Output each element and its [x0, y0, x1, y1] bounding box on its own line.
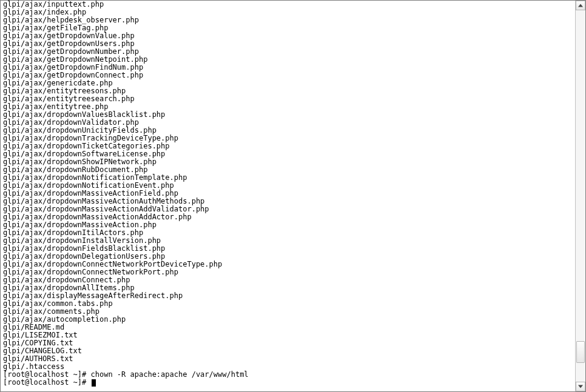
prompt-line-current[interactable]: [root@localhost ~]#: [3, 379, 575, 387]
cursor-icon: [92, 379, 96, 387]
output-line: glpi/COPYING.txt: [3, 339, 575, 347]
terminal-output[interactable]: glpi/ajax/inputtext.phpglpi/ajax/index.p…: [1, 1, 575, 391]
scrollbar-track[interactable]: [576, 10, 585, 382]
terminal-window: glpi/ajax/inputtext.phpglpi/ajax/index.p…: [0, 0, 586, 392]
output-line: glpi/CHANGELOG.txt: [3, 347, 575, 355]
scrollbar-thumb[interactable]: [576, 341, 585, 364]
output-line: glpi/ajax/autocompletion.php: [3, 316, 575, 324]
scroll-down-button[interactable]: [576, 382, 585, 391]
output-line: glpi/README.md: [3, 324, 575, 331]
chevron-up-icon: [578, 4, 583, 7]
vertical-scrollbar[interactable]: [575, 1, 585, 391]
chevron-down-icon: [578, 385, 583, 388]
output-line: glpi/ajax/inputtext.php: [3, 1, 575, 8]
output-line: glpi/AUTHORS.txt: [3, 355, 575, 363]
scroll-up-button[interactable]: [576, 1, 585, 10]
prompt-text: [root@localhost ~]#: [3, 378, 91, 387]
output-line: glpi/LISEZMOI.txt: [3, 331, 575, 339]
